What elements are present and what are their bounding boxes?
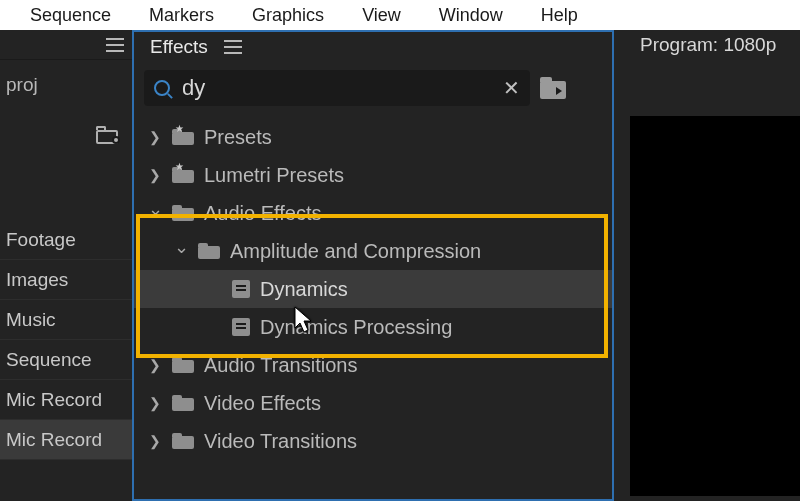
mouse-cursor [294,306,314,334]
bin-item[interactable]: Mic Record [0,380,132,420]
effects-tab[interactable]: Effects [150,36,208,58]
tree-item[interactable]: Presets [134,118,612,156]
folder-icon [172,395,194,411]
preset-icon [232,280,250,298]
tree-item-label: Dynamics [260,278,348,301]
tree-item-label: Presets [204,126,272,149]
tree-item[interactable]: Video Effects [134,384,612,422]
effects-search-input[interactable] [182,75,491,101]
chevron-down-icon[interactable] [174,240,188,262]
bin-item[interactable]: Sequence [0,340,132,380]
chevron-right-icon[interactable] [148,167,162,183]
workspace: proj Footage Images Music Sequence Mic R… [0,30,800,501]
bin-item[interactable]: Footage [0,220,132,260]
tree-item-label: Dynamics Processing [260,316,452,339]
program-monitor [630,116,800,496]
search-icon [154,80,170,96]
chevron-right-icon[interactable] [148,433,162,449]
chevron-right-icon[interactable] [148,395,162,411]
tree-item-label: Video Transitions [204,430,357,453]
panel-menu-icon[interactable] [224,40,242,54]
menu-graphics[interactable]: Graphics [252,5,324,26]
tree-item-label: Video Effects [204,392,321,415]
find-icon[interactable] [96,126,118,144]
bin-item[interactable]: Images [0,260,132,300]
tree-item[interactable]: Dynamics Processing [134,308,612,346]
program-panel: Program: 1080p [614,30,800,501]
effects-search-box: ✕ [144,70,530,106]
tree-item[interactable]: Dynamics [134,270,612,308]
folder-icon [172,129,194,145]
panel-menu-icon[interactable] [106,38,124,52]
effects-search-row: ✕ [134,62,612,116]
effects-panel-header: Effects [134,32,612,62]
tree-item[interactable]: Amplitude and Compression [134,232,612,270]
effects-tree: PresetsLumetri PresetsAudio EffectsAmpli… [134,116,612,460]
tree-item[interactable]: Lumetri Presets [134,156,612,194]
menubar: Sequence Markers Graphics View Window He… [0,0,800,30]
bin-list: Footage Images Music Sequence Mic Record… [0,220,132,460]
program-tab[interactable]: Program: 1080p [614,30,800,60]
new-custom-bin-icon[interactable] [540,77,566,99]
tree-item[interactable]: Video Transitions [134,422,612,460]
menu-window[interactable]: Window [439,5,503,26]
project-panel: proj Footage Images Music Sequence Mic R… [0,30,132,501]
project-toolbar [0,110,132,160]
effects-panel: Effects ✕ PresetsLumetri PresetsAudio Ef… [132,30,614,501]
folder-icon [172,167,194,183]
bin-item[interactable]: Mic Record [0,420,132,460]
folder-icon [172,433,194,449]
folder-icon [172,205,194,221]
folder-icon [172,357,194,373]
tree-item[interactable]: Audio Transitions [134,346,612,384]
folder-icon [198,243,220,259]
tree-item-label: Audio Transitions [204,354,357,377]
project-panel-header [0,30,132,60]
menu-sequence[interactable]: Sequence [30,5,111,26]
project-name-suffix: proj [0,60,132,110]
tree-item-label: Lumetri Presets [204,164,344,187]
menu-markers[interactable]: Markers [149,5,214,26]
chevron-right-icon[interactable] [148,129,162,145]
tree-item[interactable]: Audio Effects [134,194,612,232]
tree-item-label: Amplitude and Compression [230,240,481,263]
chevron-right-icon[interactable] [148,357,162,373]
bin-item[interactable]: Music [0,300,132,340]
chevron-down-icon[interactable] [148,202,162,224]
menu-help[interactable]: Help [541,5,578,26]
tree-item-label: Audio Effects [204,202,321,225]
preset-icon [232,318,250,336]
clear-search-icon[interactable]: ✕ [503,76,520,100]
menu-view[interactable]: View [362,5,401,26]
